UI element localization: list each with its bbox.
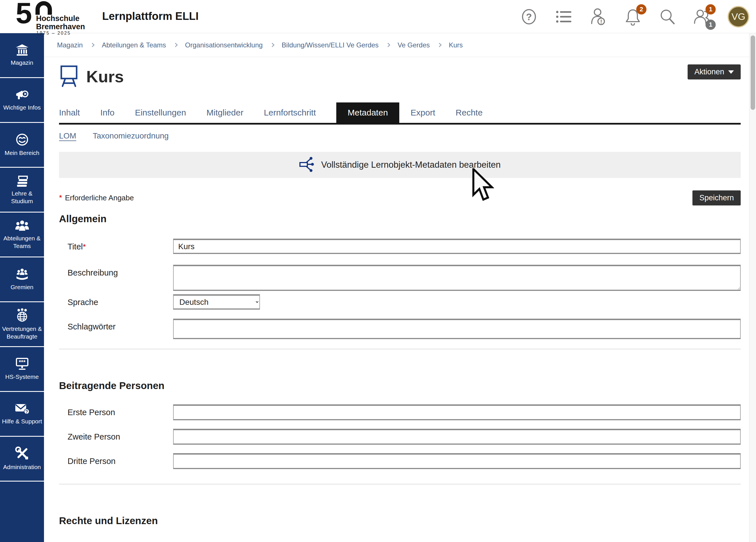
dritte-person-input[interactable] bbox=[173, 453, 741, 469]
sidebar-item-lehre-studium[interactable]: Lehre & Studium bbox=[0, 168, 44, 213]
chevron-right-icon bbox=[270, 43, 274, 47]
section-title-allgemein: Allgemein bbox=[59, 213, 741, 224]
logo-arch-zero bbox=[35, 1, 52, 15]
logo-years: 1975 – 2025 bbox=[36, 31, 71, 36]
tab-einstellungen[interactable]: Einstellungen bbox=[135, 102, 186, 123]
share-nodes-icon bbox=[299, 157, 314, 173]
contacts-badge-new: 1 bbox=[705, 4, 716, 14]
sidebar-item-hilfe-support[interactable]: ? Hilfe & Support bbox=[0, 392, 44, 437]
chevron-right-icon bbox=[90, 43, 95, 47]
sidebar-item-abteilungen-teams[interactable]: Abteilungen & Teams bbox=[0, 213, 44, 257]
notifications-bell-icon[interactable]: 2 bbox=[624, 8, 642, 26]
people-group-icon bbox=[15, 219, 30, 232]
breadcrumb-item[interactable]: Magazin bbox=[57, 41, 83, 49]
books-graduation-icon bbox=[15, 175, 30, 187]
mail-help-icon: ? bbox=[15, 402, 30, 415]
erste-person-input[interactable] bbox=[173, 404, 741, 420]
tab-info[interactable]: Info bbox=[100, 102, 114, 123]
logo-50-mark: 5 bbox=[16, 0, 30, 28]
tab-lernfortschritt[interactable]: Lernfortschritt bbox=[264, 102, 316, 123]
tab-rechte[interactable]: Rechte bbox=[456, 102, 483, 123]
edit-full-metadata-banner[interactable]: Vollständige Lernobjekt-Metadaten bearbe… bbox=[59, 152, 741, 178]
chevron-right-icon bbox=[173, 43, 178, 47]
header-icon-bar: ? ! 2 bbox=[520, 0, 749, 33]
contacts-badge-count: 1 bbox=[705, 20, 716, 30]
tab-inhalt[interactable]: Inhalt bbox=[59, 102, 80, 123]
todo-list-icon[interactable] bbox=[555, 8, 573, 26]
actions-button[interactable]: Aktionen bbox=[688, 64, 741, 79]
tab-bar: Inhalt Info Einstellungen Mitglieder Ler… bbox=[59, 102, 741, 125]
globe-people-icon bbox=[15, 308, 29, 322]
committee-icon bbox=[15, 268, 30, 281]
megaphone-icon bbox=[15, 89, 29, 101]
titel-input[interactable] bbox=[173, 239, 741, 254]
top-header: 5 Hochschule Bremerhaven 1975 – 2025 Ler… bbox=[0, 0, 756, 33]
tools-icon bbox=[15, 446, 29, 461]
save-button[interactable]: Speichern bbox=[692, 190, 741, 205]
course-easel-icon bbox=[59, 64, 79, 88]
logo-name: Hochschule Bremerhaven bbox=[36, 14, 85, 31]
sidebar-item-mein-bereich[interactable]: Mein Bereich bbox=[0, 123, 44, 168]
section-divider bbox=[59, 349, 741, 349]
titel-label: Titel* bbox=[68, 239, 173, 251]
tab-export[interactable]: Export bbox=[411, 102, 435, 123]
subtab-bar: LOM Taxonomiezuordnung bbox=[59, 131, 741, 140]
zweite-person-input[interactable] bbox=[173, 429, 741, 445]
main-sidebar: Magazin Wichtige Infos bbox=[0, 33, 44, 542]
beschreibung-textarea[interactable] bbox=[173, 265, 741, 291]
user-avatar[interactable]: VG bbox=[728, 6, 749, 28]
page-scrollbar[interactable] bbox=[749, 33, 756, 542]
online-users-icon[interactable]: ! bbox=[589, 8, 607, 26]
svg-text:?: ? bbox=[25, 409, 28, 414]
subtab-lom[interactable]: LOM bbox=[59, 131, 76, 140]
required-asterisk: * bbox=[59, 193, 62, 202]
copyright-label: Copyright bbox=[68, 541, 173, 542]
help-icon[interactable]: ? bbox=[520, 8, 538, 26]
zweite-person-label: Zweite Person bbox=[68, 429, 173, 442]
hochschule-bremerhaven-logo: 5 Hochschule Bremerhaven 1975 – 2025 bbox=[16, 1, 101, 32]
sidebar-item-administration[interactable]: Administration bbox=[0, 437, 44, 482]
sidebar-item-magazin[interactable]: Magazin bbox=[0, 33, 44, 78]
svg-text:?: ? bbox=[526, 11, 532, 22]
bell-badge: 2 bbox=[636, 4, 646, 14]
main-content: Kurs Aktionen Inhalt Info Einstellungen … bbox=[44, 57, 749, 542]
monitor-password-icon: *** bbox=[15, 357, 30, 370]
chevron-right-icon bbox=[386, 43, 390, 47]
sprache-label: Sprache bbox=[68, 294, 173, 307]
scrollbar-thumb[interactable] bbox=[751, 35, 755, 110]
section-title-rechte: Rechte und Lizenzen bbox=[59, 515, 741, 526]
breadcrumb-item[interactable]: Ve Gerdes bbox=[398, 41, 430, 49]
edit-full-metadata-label: Vollständige Lernobjekt-Metadaten bearbe… bbox=[321, 160, 501, 170]
svg-text:!: ! bbox=[600, 18, 602, 25]
required-note: Erforderliche Angabe bbox=[65, 194, 134, 202]
sidebar-item-gremien[interactable]: Gremien bbox=[0, 257, 44, 302]
sidebar-item-hs-systeme[interactable]: *** HS-Systeme bbox=[0, 347, 44, 392]
subtab-taxonomiezuordnung[interactable]: Taxonomiezuordnung bbox=[93, 131, 169, 140]
schlagwoerter-input[interactable] bbox=[173, 319, 741, 339]
breadcrumb: Magazin Abteilungen & Teams Organisation… bbox=[44, 33, 749, 57]
sidebar-item-vertretungen-beauftragte[interactable]: Vertretungen & Beauftragte bbox=[0, 302, 44, 347]
bank-icon bbox=[15, 44, 29, 56]
titel-required-asterisk: * bbox=[83, 242, 86, 251]
sprache-select[interactable]: Deutsch bbox=[173, 294, 260, 310]
beschreibung-label: Beschreibung bbox=[68, 265, 173, 278]
svg-text:***: *** bbox=[19, 359, 26, 365]
section-divider bbox=[59, 484, 741, 484]
search-icon[interactable] bbox=[658, 8, 677, 26]
erste-person-label: Erste Person bbox=[68, 404, 173, 417]
smiley-icon bbox=[15, 133, 29, 146]
sidebar-item-wichtige-infos[interactable]: Wichtige Infos bbox=[0, 78, 44, 123]
app-title: Lernplattform ELLI bbox=[102, 10, 199, 22]
tab-metadaten[interactable]: Metadaten bbox=[336, 102, 399, 123]
section-title-beitragende: Beitragende Personen bbox=[59, 380, 741, 391]
contacts-icon[interactable]: 1 1 bbox=[693, 8, 711, 26]
chevron-down-icon bbox=[728, 70, 734, 74]
breadcrumb-item[interactable]: Bildung/Wissen/ELLI Ve Gerdes bbox=[282, 41, 379, 49]
page-title: Kurs bbox=[86, 67, 124, 86]
dritte-person-label: Dritte Person bbox=[68, 453, 173, 466]
chevron-right-icon bbox=[437, 43, 442, 47]
breadcrumb-item-current[interactable]: Kurs bbox=[449, 41, 463, 49]
breadcrumb-item[interactable]: Abteilungen & Teams bbox=[102, 41, 166, 49]
breadcrumb-item[interactable]: Organisationsentwicklung bbox=[185, 41, 263, 49]
tab-mitglieder[interactable]: Mitglieder bbox=[207, 102, 243, 123]
